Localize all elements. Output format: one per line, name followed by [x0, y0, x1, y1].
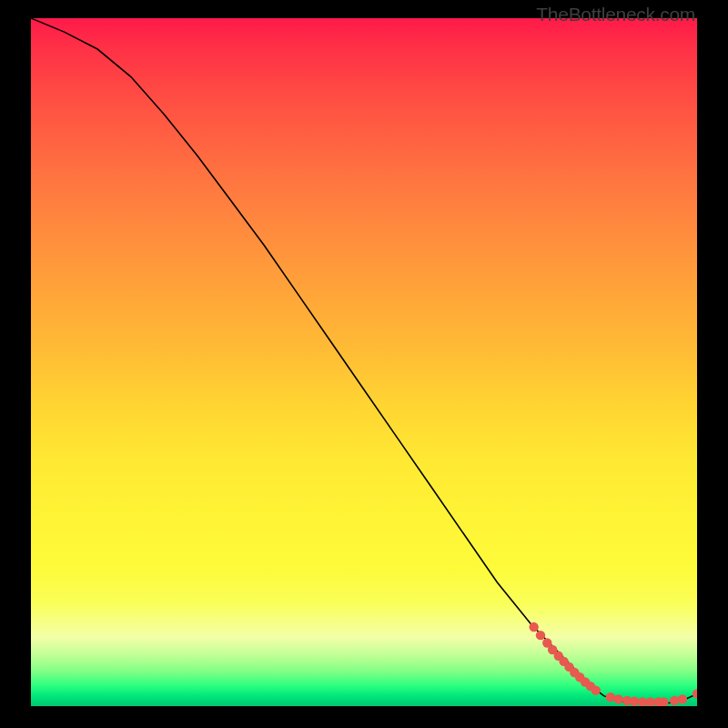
bottleneck-curve	[31, 18, 697, 703]
data-point-marker	[693, 689, 697, 698]
data-point-marker	[630, 697, 639, 706]
data-point-marker	[529, 622, 538, 632]
data-point-marker	[592, 685, 601, 694]
data-point-marker	[670, 696, 679, 705]
watermark-text: TheBottleneck.com	[536, 4, 695, 25]
chart-svg	[31, 18, 697, 706]
data-point-marker	[678, 694, 687, 703]
data-point-marker	[536, 631, 545, 640]
data-point-marker	[606, 693, 615, 702]
data-point-marker	[613, 694, 622, 703]
chart-plot-area	[31, 18, 697, 706]
data-point-markers	[529, 622, 697, 706]
